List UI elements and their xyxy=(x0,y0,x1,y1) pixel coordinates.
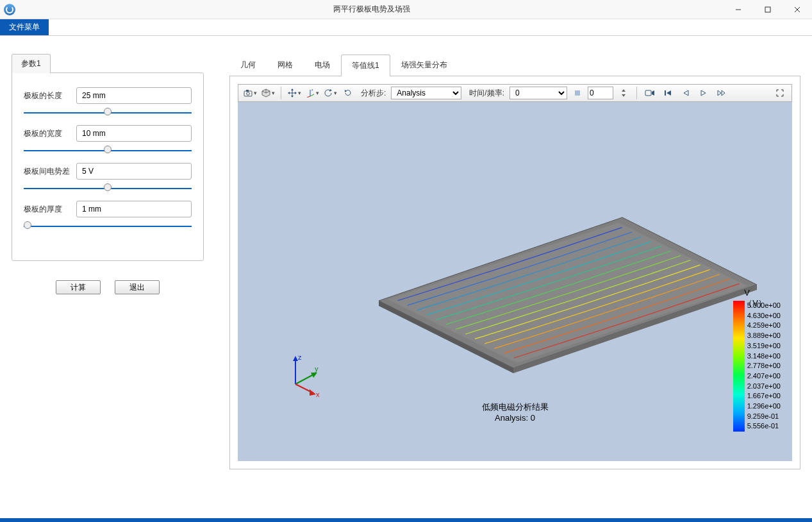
svg-line-19 xyxy=(307,96,310,97)
view-tab[interactable]: 场强矢量分布 xyxy=(390,54,458,76)
fast-forward-icon[interactable] xyxy=(714,86,729,100)
app-icon xyxy=(4,4,15,15)
analysis-step-combo[interactable]: Analysis xyxy=(391,87,461,99)
svg-marker-24 xyxy=(622,89,626,92)
view-tab[interactable]: 等值线1 xyxy=(341,55,390,76)
maximize-button[interactable] xyxy=(753,0,783,19)
time-freq-combo[interactable]: 0 xyxy=(510,87,567,99)
exit-button[interactable]: 退出 xyxy=(115,280,160,294)
view-tab[interactable]: 几何 xyxy=(229,54,267,76)
legend-value: 3.148e+00 xyxy=(747,351,781,362)
svg-text:y: y xyxy=(315,365,319,373)
play-icon[interactable] xyxy=(696,86,711,100)
viewport-wrap: z 分析步: Analysis 时间/频率: 0 xyxy=(229,76,800,469)
legend-value: 2.037e+00 xyxy=(747,382,781,392)
toolbar-separator xyxy=(281,87,281,99)
menubar: 文件菜单 xyxy=(0,19,812,36)
step-back-icon[interactable] xyxy=(678,86,693,100)
legend-value: 1.667e+00 xyxy=(747,391,781,401)
param-tabs: 参数1 xyxy=(12,54,204,73)
param-row: 极板的宽度 xyxy=(24,125,192,142)
svg-marker-13 xyxy=(291,88,294,90)
param-rows: 极板的长度 极板的宽度 极板间电势差 极板的厚度 xyxy=(24,87,192,239)
param-slider[interactable] xyxy=(24,188,192,189)
svg-marker-30 xyxy=(684,90,688,96)
svg-text:x: x xyxy=(316,391,320,397)
rotate-icon[interactable] xyxy=(322,86,338,100)
legend-value: 2.407e+00 xyxy=(747,371,781,382)
svg-marker-15 xyxy=(288,92,290,94)
right-panel: 几何网格电场等值线1场强矢量分布 z 分析步: Analysis 时间/频率: … xyxy=(229,54,800,469)
record-icon[interactable] xyxy=(642,86,658,100)
refresh-icon[interactable] xyxy=(340,86,356,100)
frame-number-input[interactable] xyxy=(588,87,613,99)
color-legend: 5.000e+004.630e+004.259e+003.889e+003.51… xyxy=(733,301,781,432)
frame-up-down-icon[interactable] xyxy=(616,86,631,100)
param-input[interactable] xyxy=(76,87,192,104)
svg-point-5 xyxy=(246,92,249,96)
toolbar-separator xyxy=(636,87,637,99)
svg-rect-4 xyxy=(244,91,252,96)
param-slider[interactable] xyxy=(24,226,192,227)
param-box: 极板的长度 极板的宽度 极板间电势差 极板的厚度 xyxy=(12,72,204,261)
param-row: 极板的厚度 xyxy=(24,201,192,217)
legend-value: 1.296e+00 xyxy=(747,401,781,412)
compute-button[interactable]: 计算 xyxy=(56,280,101,294)
viewport-canvas[interactable]: V （V） 5.000e+004.630e+004.259e+003.889e+… xyxy=(238,102,792,461)
svg-marker-29 xyxy=(667,90,671,96)
svg-marker-14 xyxy=(291,96,294,97)
analysis-step-label: 分析步: xyxy=(361,88,386,99)
svg-marker-21 xyxy=(329,89,332,92)
skip-start-icon[interactable] xyxy=(660,86,675,100)
window-controls xyxy=(724,0,812,19)
minimize-button[interactable] xyxy=(724,0,753,19)
window-title: 两平行极板电势及场强 xyxy=(19,4,724,15)
param-slider[interactable] xyxy=(24,112,192,114)
snapshot-icon[interactable] xyxy=(242,86,258,100)
main-area: 参数1 极板的长度 极板的宽度 极板间电势差 极板的厚度 计算 退出 几何网格电… xyxy=(0,36,812,476)
pan-icon[interactable] xyxy=(286,86,302,100)
svg-rect-26 xyxy=(645,90,651,96)
axis-triad: z y x xyxy=(283,352,327,397)
svg-marker-16 xyxy=(295,92,297,94)
view-tab[interactable]: 电场 xyxy=(304,54,341,76)
svg-marker-27 xyxy=(652,90,654,96)
svg-line-41 xyxy=(295,374,315,384)
svg-marker-22 xyxy=(345,90,347,92)
svg-marker-33 xyxy=(722,90,725,96)
param-input[interactable] xyxy=(76,125,192,142)
axis-xyz-icon[interactable]: z xyxy=(304,86,320,100)
legend-value: 3.519e+00 xyxy=(747,341,781,351)
param-input[interactable] xyxy=(76,163,192,180)
svg-rect-6 xyxy=(246,90,249,92)
legend-value: 4.259e+00 xyxy=(747,321,781,331)
param-slider[interactable] xyxy=(24,150,192,151)
stop-icon[interactable] xyxy=(570,86,585,100)
param-row: 极板的长度 xyxy=(24,87,192,104)
left-panel: 参数1 极板的长度 极板的宽度 极板间电势差 极板的厚度 计算 退出 xyxy=(12,54,204,469)
time-freq-label: 时间/频率: xyxy=(469,88,504,99)
file-menu[interactable]: 文件菜单 xyxy=(0,19,49,35)
svg-line-18 xyxy=(310,94,314,96)
svg-marker-31 xyxy=(701,90,706,96)
close-button[interactable] xyxy=(783,0,812,19)
view-tab[interactable]: 网格 xyxy=(267,54,304,76)
svg-marker-45 xyxy=(310,389,316,396)
param-tab-1[interactable]: 参数1 xyxy=(12,54,51,73)
svg-marker-32 xyxy=(718,90,721,96)
svg-marker-39 xyxy=(293,356,298,361)
param-label: 极板间电势差 xyxy=(24,166,71,177)
orientation-cube-icon[interactable] xyxy=(260,86,276,100)
footer-bar xyxy=(0,518,812,522)
param-input[interactable] xyxy=(76,201,192,217)
action-row: 计算 退出 xyxy=(12,280,204,294)
viewport-toolbar: z 分析步: Analysis 时间/频率: 0 xyxy=(238,84,792,102)
param-row: 极板间电势差 xyxy=(24,163,192,180)
result-caption: 低频电磁分析结果 Analysis: 0 xyxy=(482,401,549,423)
legend-value: 3.889e+00 xyxy=(747,331,781,341)
svg-text:z: z xyxy=(298,353,302,361)
legend-colorbar xyxy=(733,301,745,432)
fullscreen-icon[interactable] xyxy=(772,86,788,100)
param-label: 极板的厚度 xyxy=(24,204,71,215)
legend-values: 5.000e+004.630e+004.259e+003.889e+003.51… xyxy=(747,301,781,432)
